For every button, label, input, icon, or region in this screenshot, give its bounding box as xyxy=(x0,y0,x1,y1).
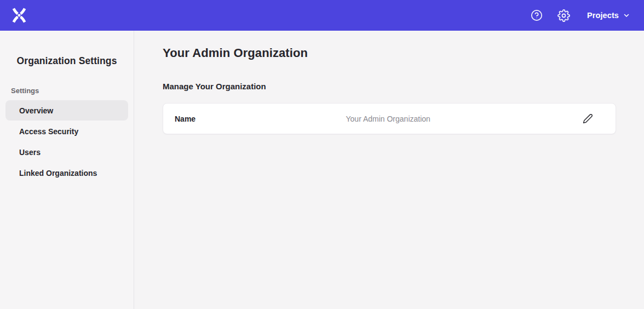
chevron-down-icon xyxy=(623,12,630,19)
sidebar-item-linked-organizations[interactable]: Linked Organizations xyxy=(5,163,128,183)
name-field-value: Your Admin Organization xyxy=(346,115,430,123)
edit-name-button[interactable] xyxy=(582,113,594,125)
main-content: Your Admin Organization Manage Your Orga… xyxy=(135,31,644,309)
projects-dropdown-label: Projects xyxy=(587,11,619,20)
top-navigation-bar: Projects xyxy=(0,0,644,31)
sidebar-item-overview[interactable]: Overview xyxy=(5,100,128,121)
gear-icon[interactable] xyxy=(557,9,571,22)
projects-dropdown[interactable]: Projects xyxy=(587,11,630,20)
sidebar-item-users[interactable]: Users xyxy=(5,142,128,162)
sidebar-item-access-security[interactable]: Access Security xyxy=(5,121,128,141)
mux-x-logo[interactable] xyxy=(11,7,27,24)
sidebar-section-label: Settings xyxy=(11,87,134,95)
organization-name-row: Name Your Admin Organization xyxy=(163,103,616,134)
section-title: Manage Your Organization xyxy=(163,82,616,91)
sidebar-nav: Overview Access Security Users Linked Or… xyxy=(0,100,134,183)
name-field-label: Name xyxy=(175,115,196,123)
page-title: Your Admin Organization xyxy=(163,46,616,60)
organization-settings-sidebar: Organization Settings Settings Overview … xyxy=(0,31,134,309)
pencil-icon xyxy=(583,113,593,124)
help-circle-icon[interactable] xyxy=(530,9,543,22)
topbar-actions: Projects xyxy=(530,9,630,22)
sidebar-title: Organization Settings xyxy=(0,55,134,67)
